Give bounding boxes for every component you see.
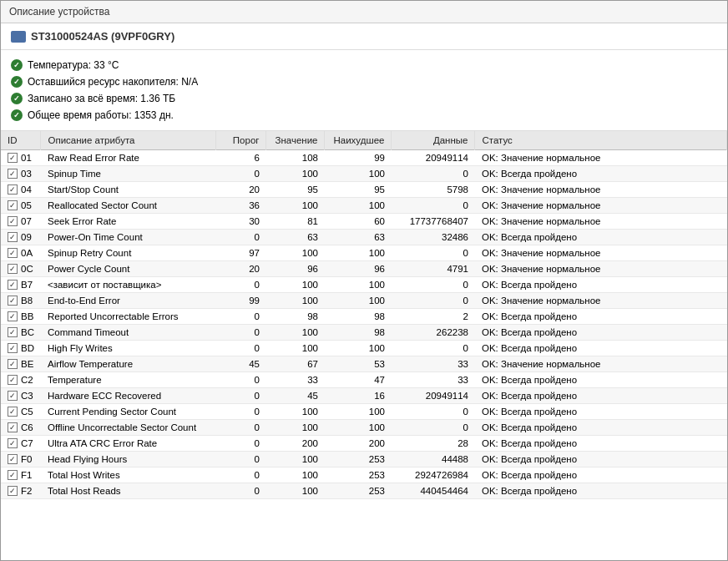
row-checkbox[interactable] — [8, 264, 18, 274]
title-text: Описание устройства — [9, 6, 109, 18]
table-row[interactable]: BEAirflow Temperature45675333OK: Значени… — [1, 356, 727, 372]
cell-desc: Total Host Writes — [41, 468, 216, 483]
table-row[interactable]: C3Hardware ECC Recovered0451620949114OK:… — [1, 388, 727, 404]
check-icon-resource — [11, 76, 23, 88]
cell-value: 100 — [266, 325, 325, 341]
row-checkbox[interactable] — [8, 280, 18, 290]
row-checkbox[interactable] — [8, 311, 18, 321]
table-row[interactable]: BCCommand Timeout010098262238OK: Всегда … — [1, 325, 727, 341]
cell-data: 33 — [392, 372, 475, 388]
table-row[interactable]: 0CPower Cycle Count2096964791OK: Значени… — [1, 261, 727, 277]
table-row[interactable]: BDHigh Fly Writes01001000OK: Всегда прой… — [1, 341, 727, 356]
row-checkbox[interactable] — [8, 248, 18, 258]
info-written: Записано за всё время: 1.36 ТБ — [28, 93, 175, 104]
cell-status: OK: Всегда пройдено — [475, 309, 727, 325]
cell-status: OK: Всегда пройдено — [475, 277, 727, 293]
table-row[interactable]: 04Start/Stop Count2095955798OK: Значение… — [1, 182, 727, 198]
cell-id: C6 — [1, 420, 41, 436]
cell-data: 0 — [392, 420, 475, 436]
table-row[interactable]: BBReported Uncorrectable Errors098982OK:… — [1, 309, 727, 325]
row-checkbox[interactable] — [8, 343, 18, 353]
row-checkbox[interactable] — [8, 216, 18, 226]
table-row[interactable]: 0ASpinup Retry Count971001000OK: Значени… — [1, 245, 727, 261]
table-row[interactable]: F0Head Flying Hours010025344488OK: Всегд… — [1, 452, 727, 468]
cell-value: 96 — [266, 261, 325, 277]
cell-data: 5798 — [392, 182, 475, 198]
row-checkbox[interactable] — [8, 438, 18, 448]
row-checkbox[interactable] — [8, 391, 18, 401]
table-row[interactable]: 05Reallocated Sector Count361001000OK: З… — [1, 198, 727, 214]
cell-desc: Reported Uncorrectable Errors — [41, 309, 216, 325]
table-row[interactable]: C7Ultra ATA CRC Error Rate020020028OK: В… — [1, 436, 727, 452]
cell-worst: 98 — [325, 325, 392, 341]
table-row[interactable]: F2Total Host Reads0100253440454464OK: Вс… — [1, 483, 727, 499]
cell-value: 45 — [266, 388, 325, 404]
cell-thresh: 0 — [216, 309, 266, 325]
table-row[interactable]: C2Temperature0334733OK: Всегда пройдено — [1, 372, 727, 388]
table-row[interactable]: B8End-to-End Error991001000OK: Значение … — [1, 293, 727, 309]
cell-thresh: 0 — [216, 452, 266, 468]
row-checkbox[interactable] — [8, 486, 18, 496]
row-checkbox[interactable] — [8, 184, 18, 195]
cell-value: 100 — [266, 198, 325, 214]
cell-id: C7 — [1, 436, 41, 452]
attr-id: F0 — [21, 454, 32, 464]
table-row[interactable]: 07Seek Error Rate30816017737768407OK: Зн… — [1, 214, 727, 230]
cell-value: 100 — [266, 420, 325, 436]
row-checkbox[interactable] — [8, 169, 18, 179]
cell-value: 33 — [266, 372, 325, 388]
row-checkbox[interactable] — [8, 407, 18, 417]
table-row[interactable]: F1Total Host Writes01002532924726984OK: … — [1, 468, 727, 483]
cell-data: 0 — [392, 166, 475, 182]
cell-id: 07 — [1, 214, 41, 230]
cell-data: 440454464 — [392, 483, 475, 499]
cell-data: 4791 — [392, 261, 475, 277]
row-checkbox[interactable] — [8, 422, 18, 432]
header-desc: Описание атрибута — [41, 131, 216, 150]
header-thresh: Порог — [216, 131, 266, 150]
row-checkbox[interactable] — [8, 375, 18, 385]
row-checkbox[interactable] — [8, 327, 18, 337]
cell-status: OK: Значение нормальное — [475, 198, 727, 214]
info-resource: Оставшийся ресурс накопителя: N/A — [28, 76, 198, 88]
row-checkbox[interactable] — [8, 470, 18, 480]
attr-id: C3 — [21, 391, 33, 401]
attr-id: C6 — [21, 422, 33, 432]
table-row[interactable]: 01Raw Read Error Rate61089920949114OK: З… — [1, 150, 727, 166]
row-checkbox[interactable] — [8, 454, 18, 464]
cell-desc: Seek Error Rate — [41, 214, 216, 230]
cell-id: BD — [1, 341, 41, 356]
cell-value: 63 — [266, 230, 325, 245]
table-row[interactable]: C5Current Pending Sector Count01001000OK… — [1, 404, 727, 420]
cell-desc: <зависит от поставщика> — [41, 277, 216, 293]
info-row-written: Записано за всё время: 1.36 ТБ — [11, 90, 717, 107]
row-checkbox[interactable] — [8, 200, 18, 210]
cell-desc: Raw Read Error Rate — [41, 150, 216, 166]
cell-value: 98 — [266, 309, 325, 325]
table-row[interactable]: 03Spinup Time01001000OK: Всегда пройдено — [1, 166, 727, 182]
cell-id: 03 — [1, 166, 41, 182]
cell-thresh: 0 — [216, 341, 266, 356]
table-row[interactable]: C6Offline Uncorrectable Sector Count0100… — [1, 420, 727, 436]
cell-value: 200 — [266, 436, 325, 452]
cell-value: 100 — [266, 341, 325, 356]
table-row[interactable]: 09Power-On Time Count0636332486OK: Всегд… — [1, 230, 727, 245]
cell-worst: 200 — [325, 436, 392, 452]
cell-data: 20949114 — [392, 150, 475, 166]
cell-data: 2924726984 — [392, 468, 475, 483]
header-worst: Наихудшее — [325, 131, 392, 150]
row-checkbox[interactable] — [8, 232, 18, 242]
cell-id: 05 — [1, 198, 41, 214]
cell-thresh: 97 — [216, 245, 266, 261]
attr-id: B7 — [21, 280, 33, 290]
attr-id: 0C — [21, 264, 33, 274]
cell-status: OK: Значение нормальное — [475, 261, 727, 277]
row-checkbox[interactable] — [8, 296, 18, 306]
cell-worst: 63 — [325, 230, 392, 245]
row-checkbox[interactable] — [8, 359, 18, 369]
table-row[interactable]: B7<зависит от поставщика>01001000OK: Все… — [1, 277, 727, 293]
cell-value: 100 — [266, 404, 325, 420]
cell-thresh: 0 — [216, 420, 266, 436]
cell-data: 262238 — [392, 325, 475, 341]
row-checkbox[interactable] — [8, 153, 18, 163]
